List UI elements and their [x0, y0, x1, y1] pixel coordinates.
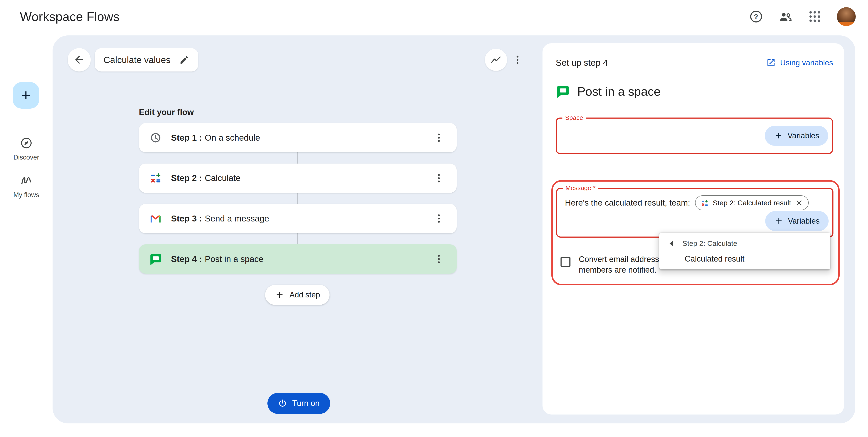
avatar[interactable] — [837, 7, 856, 26]
using-variables-link[interactable]: Using variables — [766, 58, 833, 67]
edit-flow-heading: Edit your flow — [139, 108, 194, 117]
left-rail: Discover My flows — [0, 33, 53, 437]
step-type-title: Post in a space — [577, 84, 660, 98]
sidebar-item-label: Discover — [13, 153, 39, 161]
setup-panel-title: Set up step 4 — [556, 58, 608, 68]
workspace-flows-app: Workspace Flows ? — [0, 0, 868, 437]
gmail-icon — [149, 212, 162, 225]
svg-text:?: ? — [754, 13, 758, 21]
step-menu-icon[interactable] — [429, 128, 449, 148]
apps-grid-icon[interactable] — [808, 9, 822, 24]
space-field[interactable]: Space Variables — [556, 118, 833, 154]
variables-label: Variables — [788, 216, 820, 226]
setup-panel: Set up step 4 Using variables — [542, 43, 844, 414]
message-field[interactable]: Message * Here's the calculated result, … — [556, 188, 833, 238]
plus-icon — [774, 131, 783, 140]
convert-emails-option: Convert email addresses members are noti… — [560, 254, 668, 275]
step-menu-icon[interactable] — [429, 208, 449, 229]
calculate-icon — [701, 199, 709, 207]
step-card-3[interactable]: Step 3 :Send a message — [139, 204, 457, 233]
flow-title: Calculate values — [103, 55, 170, 65]
setup-panel-header: Set up step 4 Using variables — [556, 58, 833, 68]
step-card-4[interactable]: Step 4 :Post in a space — [139, 244, 457, 274]
convert-emails-checkbox[interactable] — [560, 257, 570, 267]
add-step-button[interactable]: Add step — [265, 285, 330, 305]
turn-on-label: Turn on — [292, 399, 319, 408]
back-arrow-icon — [73, 54, 85, 66]
topbar: Workspace Flows ? — [0, 0, 868, 33]
activity-chart-icon[interactable] — [485, 49, 507, 71]
variables-label: Variables — [787, 131, 819, 140]
plus-icon — [774, 216, 783, 226]
step-label: Step 2 :Calculate — [171, 173, 241, 183]
edit-pencil-icon[interactable] — [179, 55, 189, 65]
sidebar-item-discover[interactable]: Discover — [0, 137, 53, 161]
help-icon[interactable]: ? — [749, 9, 763, 24]
step-connector — [297, 193, 299, 204]
sidebar-item-my-flows[interactable]: My flows — [0, 174, 53, 199]
variables-menu-group: Step 2: Calculate — [659, 235, 830, 250]
variables-menu: Step 2: Calculate Calculated result — [659, 233, 830, 269]
step-label: Step 4 :Post in a space — [171, 254, 264, 264]
step-menu-icon[interactable] — [429, 249, 449, 269]
chat-icon — [556, 84, 570, 99]
power-icon — [278, 399, 287, 408]
using-variables-label: Using variables — [780, 58, 833, 67]
sidebar-item-label: My flows — [13, 191, 39, 199]
message-text: Here's the calculated result, team: — [565, 198, 690, 207]
chat-icon — [149, 253, 162, 266]
variables-menu-item[interactable]: Calculated result — [659, 250, 830, 266]
flow-more-menu-icon[interactable] — [506, 49, 528, 71]
space-field-label: Space — [562, 114, 586, 121]
flows-icon — [20, 174, 33, 187]
step-label: Step 3 :Send a message — [171, 214, 269, 224]
variables-menu-group-label: Step 2: Calculate — [683, 239, 737, 247]
new-flow-button[interactable] — [13, 82, 39, 109]
variable-chip-label: Step 2: Calculated result — [713, 199, 791, 207]
step-label: Step 1 :On a schedule — [171, 133, 260, 143]
message-content: Here's the calculated result, team: — [557, 189, 832, 210]
plus-icon — [19, 89, 33, 102]
convert-emails-label: Convert email addresses members are noti… — [579, 254, 668, 275]
message-field-label: Message * — [563, 184, 598, 192]
turn-on-button[interactable]: Turn on — [268, 393, 330, 414]
step-connector — [297, 233, 299, 244]
steps-list: Step 1 :On a schedule — [139, 123, 457, 274]
schedule-icon — [149, 131, 162, 144]
back-button[interactable] — [68, 48, 91, 71]
step-card-1[interactable]: Step 1 :On a schedule — [139, 123, 457, 152]
step-card-2[interactable]: Step 2 :Calculate — [139, 164, 457, 193]
flow-title-box[interactable]: Calculate values — [95, 48, 198, 71]
compass-icon — [20, 137, 33, 150]
variable-chip[interactable]: Step 2: Calculated result — [695, 195, 809, 210]
add-step-label: Add step — [289, 290, 320, 299]
people-icon[interactable] — [778, 9, 793, 24]
topbar-icons: ? — [749, 7, 856, 26]
space-variables-button[interactable]: Variables — [765, 126, 828, 146]
message-variables-button[interactable]: Variables — [765, 211, 829, 231]
chip-close-icon[interactable] — [795, 199, 803, 207]
open-in-new-icon — [766, 58, 776, 67]
flow-canvas: Calculate values Edit your flow — [53, 35, 855, 423]
step-connector — [297, 152, 299, 163]
step-type-heading: Post in a space — [556, 84, 660, 99]
calculate-icon — [149, 171, 162, 185]
plus-icon — [275, 290, 285, 300]
app-title: Workspace Flows — [20, 9, 120, 24]
chevron-left-icon[interactable] — [668, 240, 674, 247]
step-menu-icon[interactable] — [429, 168, 449, 188]
